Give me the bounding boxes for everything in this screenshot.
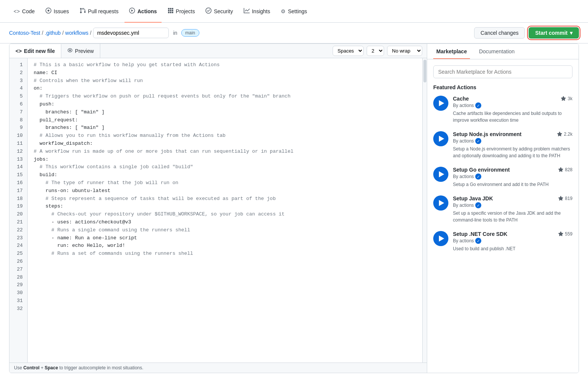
action-name: Setup Java JDK [453,195,493,201]
security-icon [205,8,212,15]
settings-icon: ⚙ [281,8,286,14]
action-icon-setup-dotnet [433,231,448,246]
nav-security[interactable]: Security [201,5,238,18]
svg-point-1 [47,10,49,12]
nav-code[interactable]: <> Code [9,5,39,17]
action-stars: 3k [561,96,572,101]
editor-body[interactable]: 12345 678910 1112131415 1617181920 21222… [9,58,427,363]
code-line: workflow_dispatch: [34,140,416,148]
action-details-cache: Cache 3k By actions ✓ Cache artifacts li… [453,96,572,124]
svg-rect-12 [172,12,173,13]
actions-list: Cache 3k By actions ✓ Cache artifacts li… [433,96,572,252]
svg-rect-11 [170,12,171,13]
wrap-select[interactable]: No wrap Soft wrap [387,46,422,56]
preview-icon [67,48,73,54]
tab-edit-new-file[interactable]: <> Edit new file [9,44,61,58]
action-details-setup-java: Setup Java JDK 819 By actions ✓ Set up a… [453,195,572,223]
breadcrumb: Contoso-Test / .github / workflows / in … [9,28,199,38]
verified-badge: ✓ [475,238,481,244]
editor-container: <> Edit new file Preview Spaces Tabs 2 4 [9,43,579,373]
code-line: # Steps represent a sequence of tasks th… [34,195,416,203]
tab-marketplace[interactable]: Marketplace [433,44,470,59]
svg-marker-3 [131,9,133,12]
svg-rect-6 [172,8,173,9]
action-by: By actions ✓ [453,102,572,108]
action-description: Used to build and publish .NET [453,245,572,252]
code-line: push: [34,101,416,108]
action-icon-setup-java [433,195,448,211]
code-line: # The type of runner that the job will r… [34,179,416,187]
action-description: Setup a Node.js environment by adding pr… [453,146,572,159]
code-line: steps: [34,203,416,211]
editor-options: Spaces Tabs 2 4 No wrap Soft wrap [328,46,427,56]
code-line: - name: Run a one-line script [34,234,416,242]
indent-select[interactable]: 2 4 [367,46,384,56]
breadcrumb-actions: Cancel changes Start commit ▾ [474,27,579,39]
dropdown-arrow-icon: ▾ [570,30,572,36]
code-line: branches: [ "main" ] [34,108,416,116]
issues-icon [45,8,51,15]
action-item-setup-nodejs[interactable]: Setup Node.js environment 2.2k By action… [433,131,572,159]
action-item-cache[interactable]: Cache 3k By actions ✓ Cache artifacts li… [433,96,572,124]
right-panel: Marketplace Documentation Featured Actio… [427,44,579,373]
nav-projects[interactable]: Projects [163,5,200,18]
scrollbar-thumb[interactable] [423,60,426,82]
nav-pull-requests[interactable]: Pull requests [75,5,123,18]
cancel-changes-button[interactable]: Cancel changes [474,27,525,39]
play-icon [439,100,444,106]
code-editor[interactable]: # This is a basic workflow to help you g… [28,58,422,363]
nav-issues[interactable]: Issues [41,5,73,18]
action-description: Setup a Go environment and add it to the… [453,181,572,188]
breadcrumb-sep1: / [42,30,43,36]
action-icon-cache [433,96,448,111]
action-name: Setup .NET Core SDK [453,231,507,237]
code-line: runs-on: ubuntu-latest [34,187,416,195]
action-stars: 828 [558,167,572,172]
svg-rect-7 [168,10,170,11]
branch-badge: main [181,29,199,37]
code-line: # Runs a set of commands using the runne… [34,250,416,258]
action-icon-setup-nodejs [433,131,448,146]
right-panel-tabs: Marketplace Documentation [427,44,579,59]
insights-icon [244,8,250,15]
spaces-select[interactable]: Spaces Tabs [333,46,364,56]
verified-badge: ✓ [475,102,481,108]
projects-icon [168,8,174,15]
code-line: # Controls when the workflow will run [34,77,416,85]
nav-settings[interactable]: ⚙ Settings [276,5,312,17]
breadcrumb-dir2[interactable]: workflows [65,30,88,36]
action-stars: 819 [558,196,572,201]
edit-icon: <> [16,48,22,54]
nav-insights[interactable]: Insights [239,5,275,18]
play-icon [439,136,444,142]
start-commit-button[interactable]: Start commit ▾ [529,27,579,39]
svg-rect-10 [168,12,170,13]
svg-rect-4 [168,8,170,9]
action-details-setup-go: Setup Go environment 828 By actions ✓ Se… [453,167,572,188]
action-name: Cache [453,96,469,102]
editor-panel: <> Edit new file Preview Spaces Tabs 2 4 [9,44,427,373]
breadcrumb-repo[interactable]: Contoso-Test [9,30,40,36]
action-stars: 559 [558,231,572,237]
editor-scrollbar[interactable] [422,58,427,363]
marketplace-search-input[interactable] [433,65,572,78]
code-line: name: CI [34,69,416,77]
editor-footer: Use Control + Space to trigger autocompl… [9,363,427,373]
tab-preview[interactable]: Preview [61,44,100,58]
breadcrumb-dir1[interactable]: .github [45,30,61,36]
action-item-setup-go[interactable]: Setup Go environment 828 By actions ✓ Se… [433,167,572,188]
code-line: # Checks-out your repository under $GITH… [34,211,416,218]
action-item-setup-dotnet[interactable]: Setup .NET Core SDK 559 By actions ✓ Use… [433,231,572,252]
filename-input[interactable] [93,28,169,38]
verified-badge: ✓ [475,138,481,144]
action-stars: 2.2k [557,132,572,137]
svg-rect-9 [172,10,173,11]
action-description: Cache artifacts like dependencies and bu… [453,110,572,124]
tab-documentation[interactable]: Documentation [476,44,518,59]
code-line: jobs: [34,156,416,164]
action-name: Setup Go environment [453,167,510,173]
svg-rect-5 [170,8,171,9]
action-item-setup-java[interactable]: Setup Java JDK 819 By actions ✓ Set up a… [433,195,572,223]
nav-actions[interactable]: Actions [124,5,161,18]
code-line: run: echo Hello, world! [34,242,416,250]
